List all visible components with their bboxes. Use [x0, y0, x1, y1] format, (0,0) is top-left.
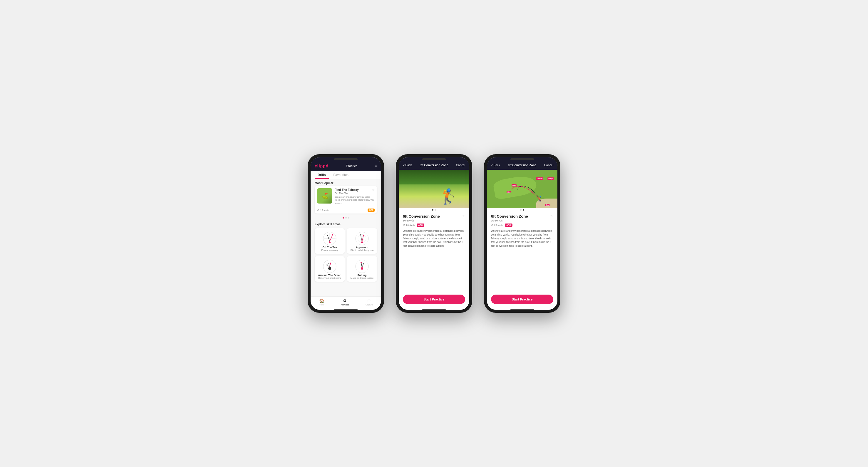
featured-card[interactable]: Find The Fairway Off The Tee ☆ Create an…: [315, 186, 377, 213]
card-text: Find The Fairway Off The Tee ☆ Create an…: [335, 188, 375, 205]
skill-desc-arg: Hone your short game: [318, 277, 341, 279]
hero-image-p3: Fairway Rough Hit Miss Sand 🏌️: [487, 170, 557, 208]
shots-count: ⏱ 10 shots: [317, 209, 329, 211]
skill-name-arg: Around The Green: [318, 274, 341, 277]
golf-photo: [399, 170, 469, 208]
skill-desc-putting: Make and lag practice: [350, 277, 373, 279]
phone1-content: Most Popular Find The Fairway Off The Te…: [311, 179, 381, 296]
phone-3: < Back 6ft Conversion Zone Cancel Fairwa…: [484, 154, 560, 313]
svg-point-11: [361, 241, 363, 243]
drill-description-p2: 20 shots are randomly generated at dista…: [403, 229, 465, 248]
drill-detail-p3: 6ft Conversion Zone 10-50 yds ☆ ⏱ 20 sho…: [487, 212, 557, 292]
phone-collection: clippd Practice ≡ Drills Favourites Most…: [308, 154, 560, 313]
svg-point-29: [361, 262, 362, 263]
clock-icon-p2: ⏱: [403, 224, 405, 227]
phone3-header: < Back 6ft Conversion Zone Cancel: [487, 157, 557, 170]
drill-range-p3: 10-50 yds: [491, 219, 528, 222]
skill-card-ott[interactable]: Off The Tee Power accuracy: [315, 228, 345, 254]
menu-icon[interactable]: ≡: [375, 164, 377, 168]
img-dot-3-2[interactable]: [523, 209, 524, 210]
home-icon: 🏠: [319, 298, 324, 303]
svg-point-15: [363, 235, 364, 236]
card-inner: Find The Fairway Off The Tee ☆ Create an…: [315, 186, 377, 207]
drill-bottom-p2: Start Practice: [399, 292, 469, 310]
arg-badge-p3: ARG: [505, 224, 513, 227]
nav-activities-label: Activities: [341, 304, 349, 306]
dot-3[interactable]: [348, 217, 349, 219]
img-dot-1[interactable]: [432, 209, 433, 210]
skill-name-ott: Off The Tee: [322, 246, 337, 249]
tab-favourites[interactable]: Favourites: [331, 171, 351, 179]
activities-icon: ♻: [343, 298, 347, 303]
image-dots-p3: [487, 208, 557, 212]
phone2-title: 6ft Conversion Zone: [420, 164, 448, 167]
shots-info-p2: ⏱ 20 shots: [403, 224, 415, 227]
favourite-icon-p3[interactable]: ☆: [550, 214, 553, 218]
favourite-icon-p2[interactable]: ☆: [462, 214, 465, 218]
back-button-p3[interactable]: < Back: [491, 164, 500, 167]
phone-2-screen: < Back 6ft Conversion Zone Cancel: [399, 157, 469, 310]
skill-desc-ott: Power accuracy: [321, 249, 338, 252]
nav-home[interactable]: 🏠 Home: [319, 298, 324, 306]
carousel-dots: [311, 216, 381, 220]
dot-1[interactable]: [343, 217, 344, 219]
back-button-p2[interactable]: < Back: [403, 164, 412, 167]
nav-activities[interactable]: ♻ Activities: [341, 298, 349, 306]
img-dot-3-1[interactable]: [520, 209, 522, 210]
cancel-button-p3[interactable]: Cancel: [544, 164, 553, 167]
drill-name-p2: 6ft Conversion Zone: [403, 214, 440, 219]
skill-grid: Off The Tee Power accuracy: [311, 227, 381, 284]
putting-skill-icon: [355, 259, 369, 274]
svg-point-22: [330, 263, 331, 264]
approach-skill-icon: [355, 231, 369, 246]
svg-point-30: [363, 263, 364, 264]
svg-point-26: [361, 267, 363, 270]
shot-path-svg: [487, 170, 557, 208]
skill-desc-approach: Dial-in to hit the green: [350, 249, 373, 252]
shots-info-p3: ⏱ 20 shots: [491, 224, 503, 227]
hero-image-p2: [399, 170, 469, 208]
favourite-icon[interactable]: ☆: [372, 188, 375, 192]
card-subtitle: Off The Tee: [335, 192, 359, 195]
start-practice-button-p2[interactable]: Start Practice: [403, 295, 465, 304]
phone2-content: 6ft Conversion Zone 10-50 yds ☆ ⏱ 20 sho…: [399, 170, 469, 310]
svg-line-5: [330, 235, 333, 241]
skill-card-putting[interactable]: Putting Make and lag practice: [347, 256, 377, 282]
svg-point-3: [329, 241, 331, 243]
phone3-content: Fairway Rough Hit Miss Sand 🏌️: [487, 170, 557, 310]
drill-description-p3: 20 shots are randomly generated at dista…: [491, 229, 553, 248]
svg-point-10: [360, 236, 364, 240]
svg-point-23: [327, 264, 328, 266]
tab-drills[interactable]: Drills: [315, 171, 329, 179]
ott-skill-icon: [322, 231, 337, 246]
start-practice-button-p3[interactable]: Start Practice: [491, 295, 553, 304]
dot-2[interactable]: [345, 217, 347, 219]
cancel-button-p2[interactable]: Cancel: [456, 164, 465, 167]
svg-point-6: [327, 235, 328, 236]
phone-2: < Back 6ft Conversion Zone Cancel: [396, 154, 472, 313]
skill-card-approach[interactable]: Approach Dial-in to hit the green: [347, 228, 377, 254]
drill-meta-p3: ⏱ 20 shots ARG: [491, 224, 553, 227]
skill-name-putting: Putting: [358, 274, 367, 277]
svg-line-19: [330, 263, 331, 267]
svg-point-7: [332, 234, 333, 235]
phone3-title: 6ft Conversion Zone: [508, 164, 536, 167]
skill-card-arg[interactable]: Around The Green Hone your short game: [315, 256, 345, 282]
course-map-illustration: Fairway Rough Hit Miss Sand 🏌️: [487, 170, 557, 208]
most-popular-label: Most Popular: [311, 179, 381, 186]
img-dot-2[interactable]: [435, 209, 436, 210]
clock-icon: ⏱: [317, 209, 319, 211]
explore-label: Explore skill areas: [311, 220, 381, 227]
tabs-bar: Drills Favourites: [311, 171, 381, 179]
drill-name-p3: 6ft Conversion Zone: [491, 214, 528, 219]
drill-meta-p2: ⏱ 20 shots ARG: [403, 224, 465, 227]
clock-icon-p3: ⏱: [491, 224, 493, 227]
drill-detail-p2: 6ft Conversion Zone 10-50 yds ☆ ⏱ 20 sho…: [399, 212, 469, 292]
phone-3-screen: < Back 6ft Conversion Zone Cancel Fairwa…: [487, 157, 557, 310]
image-dots-p2: [399, 208, 469, 212]
drill-bottom-p3: Start Practice: [487, 292, 557, 310]
drill-range-p2: 10-50 yds: [403, 219, 440, 222]
card-footer: ⏱ 10 shots OTT: [315, 207, 377, 213]
bottom-nav: 🏠 Home ♻ Activities ⊕ Capture: [311, 296, 381, 310]
nav-capture[interactable]: ⊕ Capture: [366, 298, 373, 306]
